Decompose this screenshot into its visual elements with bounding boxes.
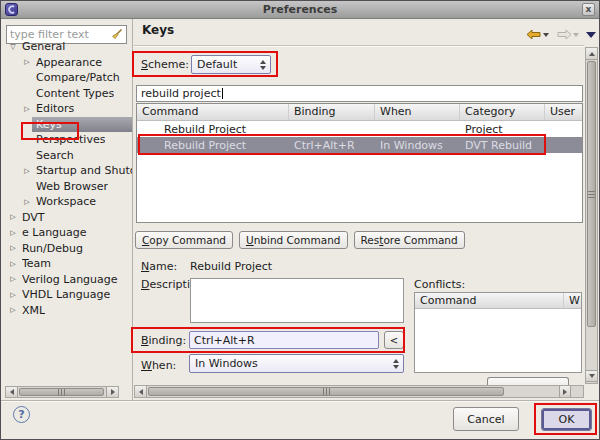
tree-item-label: General (22, 40, 65, 53)
tree-item-editors[interactable]: ▷Editors (5, 101, 132, 117)
expander-icon[interactable]: ▷ (7, 213, 19, 221)
help-button[interactable]: ? (13, 406, 30, 423)
tree-item-dvt[interactable]: ▷DVT (5, 210, 132, 226)
tree-item-appearance[interactable]: ▷Appearance (5, 55, 132, 71)
tree-item-team[interactable]: ▷Team (5, 256, 132, 272)
window-title: Preferences (263, 3, 337, 16)
expander-icon[interactable]: ▷ (21, 105, 33, 113)
column-header-category[interactable]: Category (460, 104, 545, 120)
back-button[interactable] (526, 29, 549, 40)
tree-item-label: Workspace (36, 195, 96, 208)
scrollbar-thumb[interactable] (19, 388, 104, 396)
restore-command-button[interactable]: Restore Command (354, 231, 465, 249)
arrow-right-icon (563, 389, 567, 395)
scroll-left-button[interactable] (6, 387, 18, 397)
tree-item-vhdl-language[interactable]: ▷VHDL Language (5, 287, 132, 303)
tree-item-label: XML (22, 304, 45, 317)
scroll-right-button[interactable] (106, 387, 118, 397)
search-input[interactable]: rebuild project (136, 85, 583, 102)
when-label: When: (141, 359, 176, 372)
ok-button[interactable]: OK (541, 408, 592, 431)
column-header-user[interactable]: User (545, 104, 582, 120)
close-icon: x (586, 5, 592, 14)
conflicts-column-when[interactable]: W (564, 293, 581, 308)
scheme-select[interactable]: Default (191, 55, 271, 74)
expander-icon[interactable]: ▷ (21, 167, 33, 175)
scrollbar-thumb[interactable] (148, 387, 504, 396)
header-divider (134, 45, 584, 47)
expander-icon[interactable]: ▷ (21, 198, 33, 206)
search-text: rebuild project (141, 87, 221, 100)
tree-item-general[interactable]: ▽General (5, 39, 132, 55)
content-horizontal-scrollbar[interactable] (134, 385, 584, 398)
scroll-left-button[interactable] (135, 386, 147, 397)
arrow-right-icon (111, 389, 115, 395)
tree-item-run-debug[interactable]: ▷Run/Debug (5, 241, 132, 257)
arrow-up-icon (589, 52, 595, 56)
preferences-tree: ▽General ▷Appearance Compare/Patch Conte… (5, 39, 132, 321)
grip (588, 197, 595, 198)
tree-item-compare-patch[interactable]: Compare/Patch (5, 70, 132, 86)
table-row[interactable]: Rebuild Project Project (137, 121, 582, 137)
tree-item-perspectives[interactable]: Perspectives (5, 132, 132, 148)
view-menu-button[interactable] (586, 32, 596, 38)
scroll-down-button[interactable] (586, 370, 597, 382)
tree-item-xml[interactable]: ▷XML (5, 303, 132, 319)
cell-when: In Windows (375, 139, 460, 152)
when-value: In Windows (195, 357, 258, 370)
column-header-binding[interactable]: Binding (289, 104, 375, 120)
forward-icon (556, 29, 572, 40)
column-header-command[interactable]: Command (137, 104, 289, 120)
cancel-button[interactable]: Cancel (453, 407, 519, 431)
sidebar-horizontal-scrollbar[interactable] (5, 386, 119, 398)
tree-item-startup-and-shutdown[interactable]: ▷Startup and Shutdo (5, 163, 132, 179)
when-select[interactable]: In Windows (189, 354, 404, 373)
arrow-left-icon (139, 389, 143, 395)
cell-category: Project (460, 123, 545, 136)
tree-item-e-language[interactable]: ▷e Language (5, 225, 132, 241)
expander-icon[interactable]: ▷ (7, 291, 19, 299)
unbind-command-button[interactable]: Unbind Command (239, 231, 348, 249)
bindings-table: Command Binding When Category User Rebui… (136, 103, 583, 223)
page-nav-buttons (526, 29, 596, 40)
arrow-left-icon (10, 389, 14, 395)
chevron-down-icon (573, 33, 579, 37)
tree-item-keys[interactable]: Keys (5, 117, 132, 133)
page-vertical-scrollbar[interactable] (585, 47, 598, 384)
expander-icon[interactable]: ▷ (7, 244, 19, 252)
tree-item-search[interactable]: Search (5, 148, 132, 164)
grip (323, 388, 324, 395)
command-buttons: Copy Command Unbind Command Restore Comm… (135, 231, 465, 249)
tree-item-label: Team (22, 257, 51, 270)
tree-item-verilog-language[interactable]: ▷Verilog Language (5, 272, 132, 288)
description-textarea[interactable] (190, 278, 404, 323)
scrollbar-thumb[interactable] (587, 61, 596, 327)
title-bar[interactable]: Preferences x (1, 1, 599, 19)
tree-item-label: Editors (36, 102, 74, 115)
spinner-icon (393, 359, 399, 369)
conflicts-column-command[interactable]: Command (415, 293, 564, 308)
back-icon (526, 29, 542, 40)
table-row-selected[interactable]: Rebuild Project Ctrl+Alt+R In Windows DV… (137, 137, 582, 153)
forward-button[interactable] (556, 29, 579, 40)
binding-label: Binding: (141, 334, 186, 347)
expander-icon[interactable]: ▷ (7, 260, 19, 268)
expander-icon[interactable]: ▽ (7, 43, 19, 51)
scroll-right-button[interactable] (559, 386, 571, 397)
expander-icon[interactable]: ▷ (7, 275, 19, 283)
tree-item-workspace[interactable]: ▷Workspace (5, 194, 132, 210)
binding-input[interactable]: Ctrl+Alt+R (189, 331, 379, 349)
expander-icon[interactable]: ▷ (21, 58, 33, 66)
close-button[interactable]: x (582, 3, 595, 16)
tree-item-content-types[interactable]: Content Types (5, 86, 132, 102)
expander-icon[interactable]: ▷ (7, 306, 19, 314)
tree-item-web-browser[interactable]: Web Browser (5, 179, 132, 195)
column-header-when[interactable]: When (375, 104, 460, 120)
scroll-up-button[interactable] (586, 48, 597, 60)
expander-icon[interactable]: ▷ (7, 229, 19, 237)
page-title: Keys (142, 23, 174, 37)
copy-command-button[interactable]: Copy Command (135, 231, 233, 249)
binding-back-button[interactable]: < (384, 331, 404, 349)
sidebar-divider (132, 19, 133, 400)
chevron-down-icon (543, 33, 549, 37)
